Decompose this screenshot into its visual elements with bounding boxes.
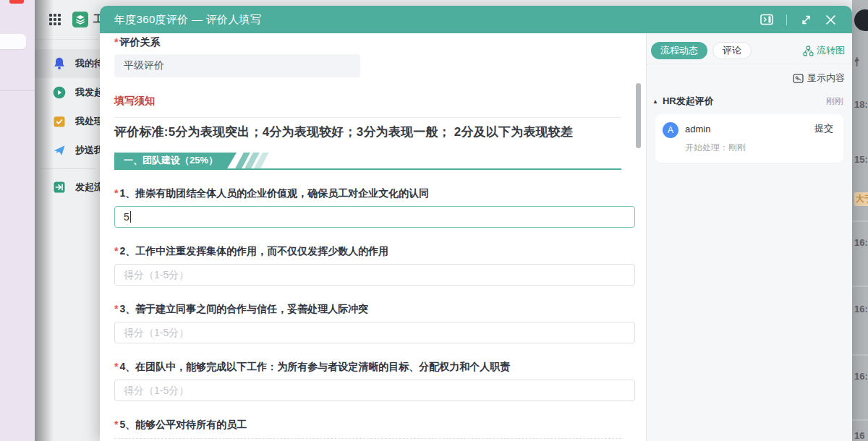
process-card-main: admin 提交 开始处理：刚刚 [685, 122, 833, 154]
question-row: *3、善于建立同事之间的合作与信任，妥善处理人际冲突 [114, 303, 621, 343]
sidebar-item[interactable]: 我发起 [35, 78, 101, 107]
process-node-time: 刚刚 [826, 95, 843, 108]
section-underline [114, 168, 621, 170]
display-content-icon [793, 74, 804, 83]
floating-button[interactable] [854, 9, 868, 31]
left-rail-panel [0, 0, 35, 441]
question-list: *1、推崇有助团结全体人员的企业价值观，确保员工对企业文化的认同 5 *2、工作… [114, 187, 621, 432]
underlying-text-fragment: 16: [854, 371, 868, 382]
process-node-title: HR发起评价 [663, 95, 714, 108]
underlying-text-fragment: 大于 [854, 192, 868, 206]
question-label: *1、推崇有助团结全体人员的企业价值观，确保员工对企业文化的认同 [114, 187, 621, 200]
card-username: admin [685, 124, 710, 134]
required-asterisk: * [114, 303, 118, 314]
underlying-row-divider [852, 419, 868, 421]
sidebar-header: 工 [35, 0, 101, 40]
question-label: *2、工作中注重发挥集体的作用，而不仅仅发挥少数人的作用 [114, 245, 621, 258]
notification-badge [9, 0, 24, 4]
question-label: *4、在团队中，能够完成以下工作：为所有参与者设定清晰的目标、分配权力和个人职责 [114, 361, 621, 374]
dialog-title: 年度360度评价 — 评价人填写 [114, 13, 261, 27]
sidebar-item[interactable]: 我的待 [35, 49, 101, 78]
question-row: *2、工作中注重发挥集体的作用，而不仅仅发挥少数人的作用 [114, 245, 621, 286]
required-asterisk: * [114, 361, 118, 372]
evaluation-dialog: 年度360度评价 — 评价人填写 [100, 6, 852, 441]
question-label: *5、能够公平对待所有的员工 [114, 419, 621, 432]
sidebar-item-label: 抄送我 [75, 144, 101, 157]
sidebar-menu: 我的待 我发起 [35, 40, 101, 202]
rail-card [0, 34, 26, 49]
required-asterisk: * [114, 419, 118, 430]
question-row: *5、能够公平对待所有的员工 [114, 419, 621, 432]
notice-title: 填写须知 [114, 95, 621, 108]
underlying-text-fragment: 16: [854, 237, 868, 248]
process-card: A admin 提交 开始处理：刚刚 [655, 114, 843, 163]
underlying-text-fragment: 16 [854, 430, 864, 441]
underlying-text-fragment: 16: [854, 304, 868, 314]
dialog-header: 年度360度评价 — 评价人填写 [100, 6, 852, 33]
sidebar-item[interactable]: 我处理 [35, 107, 101, 136]
process-panel: 流程动态 评论 流转图 [646, 33, 852, 441]
score-value: 5 [124, 211, 129, 223]
required-asterisk: * [114, 36, 118, 48]
process-node-row[interactable]: ▲ HR发起评价 刚刚 [651, 95, 845, 108]
bell-icon [52, 56, 67, 71]
underlying-text-fragment: 15: [854, 154, 868, 165]
sidebar-item-label: 我发起 [75, 86, 101, 99]
underlying-row-divider [852, 220, 868, 222]
card-status: 开始处理：刚刚 [685, 142, 833, 154]
score-input[interactable] [114, 322, 635, 343]
workspace-app-icon[interactable] [72, 12, 88, 27]
underlying-page-right: 忄18:15:大于16:16:16:16 [852, 0, 868, 441]
footer-divider [114, 438, 621, 439]
underlying-row-divider [852, 286, 868, 287]
card-action: 提交 [814, 122, 833, 135]
sidebar-item[interactable]: 抄送我 [35, 136, 101, 165]
sidebar-item-label: 发起流 [75, 181, 101, 194]
sidebar-item-label: 我的待 [75, 57, 101, 70]
score-input[interactable] [114, 264, 635, 286]
app-grid-icon[interactable] [49, 14, 61, 25]
display-content-link[interactable]: 显示内容 [651, 72, 845, 85]
app-sidebar: 工 我的待 [35, 0, 101, 441]
rail-divider [0, 90, 35, 91]
score-input[interactable] [114, 380, 635, 401]
play-icon [52, 85, 67, 100]
underlying-text-fragment: 18: [854, 99, 868, 110]
sidebar-item[interactable]: 发起流 [35, 173, 101, 202]
evaluation-form: *评价关系 填写须知 评价标准:5分为表现突出；4分为表现较好；3分为表现一般；… [100, 33, 646, 441]
relation-field[interactable] [114, 54, 360, 77]
relation-field-label: *评价关系 [114, 36, 621, 49]
section-banner: 一、团队建设（25%） [114, 153, 621, 170]
notice-text: 评价标准:5分为表现突出；4分为表现较好；3分为表现一般； 2分及以下为表现较差 [114, 124, 621, 140]
required-asterisk: * [114, 245, 118, 257]
panel-divider [647, 64, 852, 64]
screen: 忄18:15:大于16:16:16:16 工 [0, 0, 868, 441]
underlying-row-divider [852, 354, 868, 356]
panel-toggle-icon[interactable] [760, 14, 773, 25]
tab-process-activity[interactable]: 流程动态 [651, 42, 707, 59]
header-divider [786, 14, 787, 25]
text-caret [130, 211, 131, 223]
task-check-icon [52, 114, 67, 129]
flow-chart-link[interactable]: 流转图 [803, 44, 845, 57]
score-input-focused[interactable]: 5 [114, 206, 635, 228]
tab-comments[interactable]: 评论 [712, 42, 752, 59]
section-title: 一、团队建设（25%） [114, 153, 237, 168]
question-row: *4、在团队中，能够完成以下工作：为所有参与者设定清晰的目标、分配权力和个人职责 [114, 361, 621, 401]
dialog-body: *评价关系 填写须知 评价标准:5分为表现突出；4分为表现较好；3分为表现一般；… [100, 33, 852, 441]
paper-plane-icon [52, 143, 67, 158]
sidebar-divider [41, 168, 95, 169]
collapse-triangle-icon: ▲ [652, 98, 658, 105]
close-icon[interactable] [825, 14, 836, 25]
flow-chart-icon [803, 46, 814, 56]
question-label: *3、善于建立同事之间的合作与信任，妥善处理人际冲突 [114, 303, 621, 316]
form-scrollbar[interactable] [636, 83, 641, 148]
launch-icon [52, 180, 67, 194]
sidebar-item-label: 我处理 [75, 115, 101, 128]
expand-icon[interactable] [800, 14, 812, 26]
question-row: *1、推崇有助团结全体人员的企业价值观，确保员工对企业文化的认同 5 [114, 187, 621, 228]
avatar: A [663, 122, 678, 138]
panel-tabs: 流程动态 评论 流转图 [651, 42, 845, 59]
required-asterisk: * [114, 187, 118, 199]
dialog-header-actions [760, 6, 836, 33]
